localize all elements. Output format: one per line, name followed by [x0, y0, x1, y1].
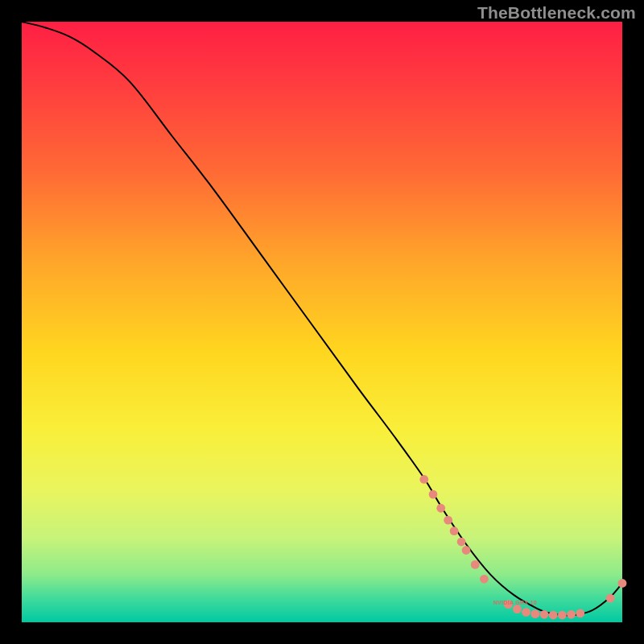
- marker-group: [419, 475, 626, 619]
- data-marker: [444, 516, 452, 525]
- data-marker: [522, 608, 530, 617]
- data-marker: [549, 611, 558, 620]
- chart-svg: [22, 22, 622, 622]
- data-marker: [558, 611, 567, 620]
- watermark-text: TheBottleneck.com: [477, 3, 636, 23]
- data-marker: [567, 610, 576, 619]
- data-marker: [618, 579, 627, 588]
- data-marker: [540, 610, 549, 619]
- data-marker: [606, 594, 615, 603]
- chart-plot-area: NVIDIA GRX 10: [22, 22, 622, 622]
- data-marker: [576, 609, 584, 617]
- data-marker: [462, 546, 471, 555]
- data-marker: [450, 526, 459, 535]
- chart-stage: NVIDIA GRX 10 TheBottleneck.com: [0, 0, 644, 644]
- data-marker: [471, 560, 480, 569]
- bottleneck-curve: [22, 22, 622, 616]
- gpu-annotation: NVIDIA GRX 10: [493, 600, 537, 605]
- data-marker: [436, 504, 445, 513]
- data-marker: [480, 575, 489, 584]
- data-marker: [457, 538, 466, 547]
- data-marker: [530, 609, 539, 618]
- data-marker: [429, 490, 438, 499]
- data-marker: [419, 475, 428, 484]
- data-marker: [513, 605, 522, 613]
